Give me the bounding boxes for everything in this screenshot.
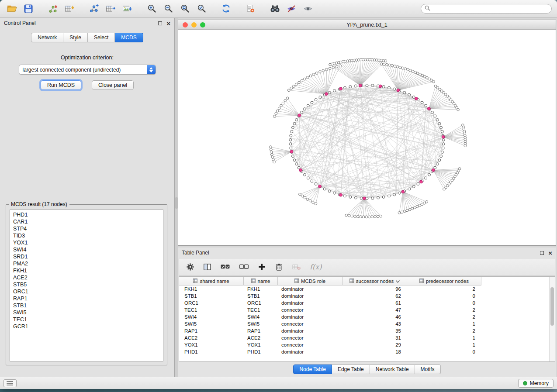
column-header-shared-name[interactable]: shared name (179, 277, 244, 285)
result-node[interactable]: RAP1 (13, 295, 160, 302)
close-panel-button[interactable]: Close panel (92, 80, 134, 90)
network-canvas[interactable] (178, 30, 556, 245)
tab-mcds[interactable]: MCDS (115, 33, 143, 42)
search-input[interactable] (432, 6, 548, 12)
result-node[interactable]: SWI5 (13, 309, 160, 316)
table-cell: ACE2 (179, 334, 244, 341)
status-list-icon[interactable] (3, 379, 17, 387)
result-node[interactable]: PHD1 (13, 211, 160, 218)
result-node[interactable]: STP4 (13, 225, 160, 232)
clear-selection-icon[interactable] (239, 263, 249, 271)
import-network-icon[interactable] (46, 3, 59, 15)
table-scrollbar-thumb[interactable] (550, 287, 554, 326)
close-table-panel-icon[interactable]: × (548, 251, 552, 255)
table-cell: 43 (343, 320, 407, 327)
export-table-icon[interactable] (104, 3, 117, 15)
table-row[interactable]: ORC1ORC1dominator610 (179, 299, 555, 306)
search-box[interactable] (421, 4, 552, 14)
table-cell: dominator (278, 292, 343, 299)
float-table-panel-icon[interactable] (540, 251, 544, 255)
table-scrollbar[interactable] (549, 277, 555, 361)
copy-share-icon[interactable] (244, 3, 257, 15)
table-row[interactable]: FKH1FKH1dominator962 (179, 285, 555, 292)
table-settings-icon[interactable] (186, 263, 194, 271)
tab-select[interactable]: Select (88, 33, 115, 42)
zoom-in-icon[interactable] (145, 3, 158, 15)
table-row[interactable]: RAP1RAP1dominator352 (179, 327, 555, 334)
column-header-successor-nodes[interactable]: successor nodes (343, 277, 407, 285)
tab-network-table[interactable]: Network Table (370, 364, 415, 374)
table-cell: 35 (343, 327, 407, 334)
criterion-dropdown[interactable]: largest connected component (undirected) (19, 65, 156, 75)
result-node[interactable]: ACE2 (13, 274, 160, 281)
table-row[interactable]: YOX1YOX1connector291 (179, 341, 555, 348)
zoom-out-icon[interactable] (162, 3, 175, 15)
result-node[interactable]: TID3 (13, 232, 160, 239)
column-header-predecessor-nodes[interactable]: predecessor nodes (407, 277, 481, 285)
result-node[interactable]: STB5 (13, 281, 160, 288)
table-cell: 31 (343, 334, 407, 341)
zoom-selected-icon[interactable] (195, 3, 208, 15)
result-node[interactable]: YOX1 (13, 239, 160, 246)
result-node[interactable]: STB1 (13, 302, 160, 309)
table-row[interactable]: SWI4SWI4dominator462 (179, 313, 555, 320)
node-table: shared namenameMCDS rolesuccessor nodesp… (179, 276, 555, 362)
select-all-icon[interactable] (220, 263, 230, 271)
column-header-name[interactable]: name (244, 277, 278, 285)
main-toolbar (0, 0, 557, 17)
hide-details-icon[interactable] (285, 3, 298, 15)
result-node[interactable]: TEC1 (13, 316, 160, 323)
header-grid-icon (294, 279, 299, 284)
minimize-window-icon[interactable] (191, 22, 197, 28)
result-node[interactable]: SWI4 (13, 246, 160, 253)
result-node[interactable]: SRD1 (13, 253, 160, 260)
sort-caret-icon[interactable] (396, 279, 400, 284)
show-details-icon[interactable] (301, 3, 315, 15)
import-disabled-icon (292, 263, 301, 271)
export-image-icon[interactable] (121, 3, 134, 15)
import-table-icon[interactable] (63, 3, 76, 15)
mcds-result-list[interactable]: PHD1CAR1STP4TID3YOX1SWI4SRD1PMA2FKH1ACE2… (10, 210, 163, 361)
column-header-MCDS-role[interactable]: MCDS role (278, 277, 343, 285)
network-window-titlebar[interactable]: YPA_prune.txt_1 (178, 20, 556, 30)
header-grid-icon (193, 279, 197, 284)
maximize-window-icon[interactable] (200, 22, 205, 28)
tab-network[interactable]: Network (31, 33, 63, 42)
tab-style[interactable]: Style (63, 33, 88, 42)
refresh-icon[interactable] (219, 3, 232, 15)
export-network-icon[interactable] (87, 3, 100, 15)
show-columns-icon[interactable] (203, 263, 211, 271)
tab-node-table[interactable]: Node Table (293, 364, 332, 374)
delete-column-icon[interactable] (275, 263, 283, 271)
float-panel-icon[interactable] (158, 21, 162, 25)
save-session-icon[interactable] (22, 3, 35, 15)
result-node[interactable]: CAR1 (13, 218, 160, 225)
result-node[interactable]: PMA2 (13, 260, 160, 267)
table-cell: SWI5 (244, 320, 278, 327)
tab-motifs[interactable]: Motifs (415, 364, 441, 374)
toolbar-group (219, 3, 232, 15)
table-cell: 47 (343, 306, 407, 313)
result-node[interactable]: FKH1 (13, 267, 160, 274)
find-binoculars-icon[interactable] (268, 3, 281, 15)
result-node[interactable]: GCR1 (13, 323, 160, 330)
result-node[interactable]: ORC1 (13, 288, 160, 295)
table-row[interactable]: STB1STB1dominator620 (179, 292, 555, 299)
table-row[interactable]: SWI5SWI5connector431 (179, 320, 555, 327)
close-panel-icon[interactable]: × (166, 21, 170, 25)
zoom-fit-icon[interactable] (178, 3, 191, 15)
close-window-icon[interactable] (183, 22, 188, 28)
open-session-icon[interactable] (5, 3, 18, 15)
table-row[interactable]: TEC1TEC1connector472 (179, 306, 555, 313)
add-column-icon[interactable] (258, 263, 266, 271)
table-panel-header: Table Panel × (178, 248, 556, 258)
memory-button[interactable]: Memory (518, 379, 554, 388)
table-row[interactable]: ACE2ACE2connector311 (179, 334, 555, 341)
table-cell: SWI4 (179, 313, 244, 320)
function-builder-icon: f(x) (310, 263, 322, 271)
table-panel-tabs: Node TableEdge TableNetwork TableMotifs (178, 364, 556, 374)
run-mcds-button[interactable]: Run MCDS (41, 80, 81, 90)
table-cell: YOX1 (179, 341, 244, 348)
tab-edge-table[interactable]: Edge Table (332, 364, 370, 374)
table-row[interactable]: PHD1PHD1dominator180 (179, 348, 555, 355)
